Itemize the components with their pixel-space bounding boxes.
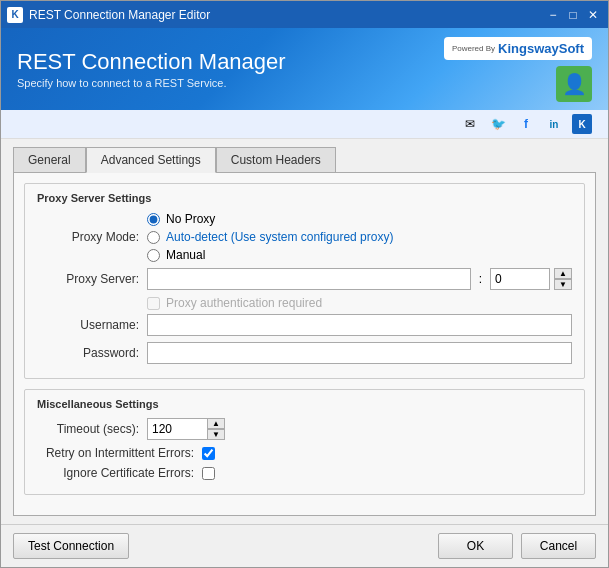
ignore-cert-label: Ignore Certificate Errors:	[37, 466, 202, 480]
misc-settings-section: Miscellaneous Settings Timeout (secs): ▲…	[24, 389, 585, 495]
proxy-mode-row: Proxy Mode: No Proxy Auto-detect (Use sy…	[37, 212, 572, 262]
port-separator: :	[475, 272, 486, 286]
window-controls: − □ ✕	[544, 6, 602, 24]
timeout-spin-down[interactable]: ▼	[207, 429, 225, 440]
proxy-auth-label: Proxy authentication required	[166, 296, 322, 310]
radio-auto-detect[interactable]: Auto-detect (Use system configured proxy…	[147, 230, 572, 244]
password-label: Password:	[37, 346, 147, 360]
timeout-input[interactable]	[147, 418, 207, 440]
radio-auto-detect-input[interactable]	[147, 231, 160, 244]
username-row: Username:	[37, 314, 572, 336]
main-window: K REST Connection Manager Editor − □ ✕ R…	[0, 0, 609, 568]
ignore-cert-checkbox[interactable]	[202, 467, 215, 480]
radio-no-proxy[interactable]: No Proxy	[147, 212, 572, 226]
retry-row: Retry on Intermittent Errors:	[37, 446, 572, 460]
password-input[interactable]	[147, 342, 572, 364]
password-row: Password:	[37, 342, 572, 364]
port-spin-down[interactable]: ▼	[554, 279, 572, 290]
proxy-auth-checkbox[interactable]	[147, 297, 160, 310]
proxy-server-label: Proxy Server:	[37, 272, 147, 286]
proxy-port-input[interactable]	[490, 268, 550, 290]
timeout-spinner: ▲ ▼	[207, 418, 225, 440]
social-bar: ✉ 🐦 f in K	[1, 110, 608, 139]
radio-no-proxy-input[interactable]	[147, 213, 160, 226]
tab-advanced-settings[interactable]: Advanced Settings	[86, 147, 216, 173]
person-icon: 👤	[562, 72, 587, 96]
retry-label: Retry on Intermittent Errors:	[37, 446, 202, 460]
proxy-mode-label: Proxy Mode:	[37, 230, 147, 244]
radio-auto-detect-label: Auto-detect (Use system configured proxy…	[166, 230, 393, 244]
ok-button[interactable]: OK	[438, 533, 513, 559]
test-connection-button[interactable]: Test Connection	[13, 533, 129, 559]
maximize-button[interactable]: □	[564, 6, 582, 24]
facebook-icon[interactable]: f	[516, 114, 536, 134]
radio-manual[interactable]: Manual	[147, 248, 572, 262]
radio-no-proxy-label: No Proxy	[166, 212, 215, 226]
bottom-bar: Test Connection OK Cancel	[1, 524, 608, 567]
tab-custom-headers[interactable]: Custom Headers	[216, 147, 336, 173]
proxy-server-row: Proxy Server: : ▲ ▼	[37, 268, 572, 290]
timeout-row: Timeout (secs): ▲ ▼	[37, 418, 572, 440]
tab-bar: General Advanced Settings Custom Headers	[13, 147, 596, 173]
proxy-mode-radio-group: No Proxy Auto-detect (Use system configu…	[147, 212, 572, 262]
cancel-button[interactable]: Cancel	[521, 533, 596, 559]
close-button[interactable]: ✕	[584, 6, 602, 24]
tab-general[interactable]: General	[13, 147, 86, 173]
header-area: REST Connection Manager Specify how to c…	[1, 28, 608, 110]
powered-by-text: Powered By	[452, 44, 495, 53]
radio-manual-input[interactable]	[147, 249, 160, 262]
username-input[interactable]	[147, 314, 572, 336]
ignore-cert-row: Ignore Certificate Errors:	[37, 466, 572, 480]
linkedin-icon[interactable]: in	[544, 114, 564, 134]
radio-manual-label: Manual	[166, 248, 205, 262]
window-title: REST Connection Manager Editor	[29, 8, 210, 22]
kingsway-icon[interactable]: K	[572, 114, 592, 134]
port-spin-up[interactable]: ▲	[554, 268, 572, 279]
panel-content: Proxy Server Settings Proxy Mode: No Pro…	[13, 172, 596, 516]
proxy-section-title: Proxy Server Settings	[37, 192, 572, 204]
timeout-spin-up[interactable]: ▲	[207, 418, 225, 429]
timeout-label: Timeout (secs):	[37, 422, 147, 436]
port-spinner: ▲ ▼	[554, 268, 572, 290]
avatar: 👤	[556, 66, 592, 102]
email-icon[interactable]: ✉	[460, 114, 480, 134]
minimize-button[interactable]: −	[544, 6, 562, 24]
app-subtitle: Specify how to connect to a REST Service…	[17, 77, 286, 89]
retry-checkbox[interactable]	[202, 447, 215, 460]
twitter-icon[interactable]: 🐦	[488, 114, 508, 134]
app-icon: K	[7, 7, 23, 23]
app-title: REST Connection Manager	[17, 49, 286, 75]
proxy-server-input[interactable]	[147, 268, 471, 290]
proxy-auth-row: Proxy authentication required	[37, 296, 572, 310]
content-area: General Advanced Settings Custom Headers…	[1, 139, 608, 524]
misc-section-title: Miscellaneous Settings	[37, 398, 572, 410]
username-label: Username:	[37, 318, 147, 332]
title-bar: K REST Connection Manager Editor − □ ✕	[1, 1, 608, 28]
powered-by-badge: Powered By KingswaySoft	[444, 37, 592, 60]
brand-name: KingswaySoft	[498, 41, 584, 56]
proxy-settings-section: Proxy Server Settings Proxy Mode: No Pro…	[24, 183, 585, 379]
